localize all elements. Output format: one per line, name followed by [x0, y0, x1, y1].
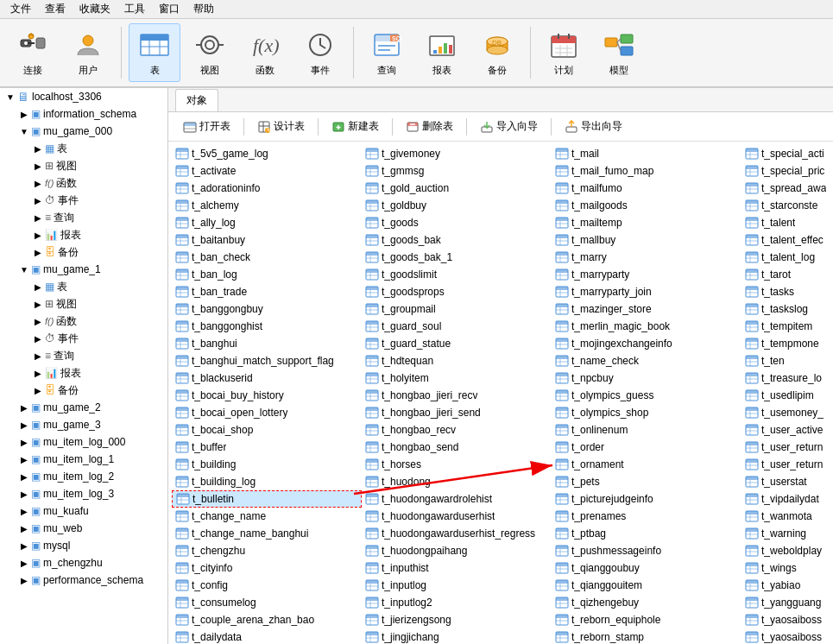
table-item[interactable]: t_user_return — [741, 439, 833, 456]
table-item[interactable]: t_ban_check — [172, 249, 362, 266]
table-item[interactable]: t_warning — [741, 525, 833, 542]
sidebar-item-mu-item-log-1[interactable]: ▶ ▣ mu_item_log_1 — [0, 451, 167, 468]
table-item[interactable]: t_givemoney — [362, 145, 552, 162]
table-item[interactable]: t_banghui — [172, 335, 362, 352]
toolbar-report[interactable]: 报表 — [416, 23, 468, 82]
table-item[interactable]: t_gmmsg — [362, 162, 552, 180]
table-item[interactable]: t_userstat — [741, 473, 833, 490]
menu-window[interactable]: 窗口 — [152, 0, 186, 18]
table-item[interactable]: t_vipdailydat — [741, 490, 833, 508]
table-item[interactable]: t_bocai_buy_history — [172, 387, 362, 404]
table-item[interactable]: t_olympics_shop — [552, 404, 741, 421]
table-item[interactable]: t_hongbao_jieri_recv — [362, 387, 552, 404]
table-item[interactable]: t_onlinenum — [552, 421, 741, 439]
table-item[interactable]: t_mail_fumo_map — [552, 162, 741, 180]
table-item[interactable]: t_yabiao — [741, 577, 833, 594]
table-item[interactable]: t_goods_bak — [362, 231, 552, 249]
sidebar-item-localhost[interactable]: ▼ 🖥 localhost_3306 — [0, 88, 167, 105]
table-item[interactable]: t_talent_log — [741, 249, 833, 266]
table-item[interactable]: t_inputhist — [362, 559, 552, 577]
table-item[interactable]: t_mailgoods — [552, 197, 741, 214]
table-item[interactable]: t_usemoney_ — [741, 404, 833, 421]
table-item[interactable]: t_ban_trade — [172, 283, 362, 300]
table-item[interactable]: t_mailfumo — [552, 180, 741, 197]
table-item[interactable]: t_goods_bak_1 — [362, 249, 552, 266]
table-item[interactable]: t_alchemy — [172, 197, 362, 214]
sidebar-item-mu-item-log-000[interactable]: ▶ ▣ mu_item_log_000 — [0, 433, 167, 451]
table-item[interactable]: t_mailtemp — [552, 214, 741, 231]
table-item[interactable]: t_bulletin — [172, 490, 362, 508]
sidebar-item-mg0-func[interactable]: ▶ f() 函数 — [0, 174, 167, 192]
table-item[interactable]: t_special_acti — [741, 145, 833, 162]
table-item[interactable]: t_horses — [362, 456, 552, 473]
table-item[interactable]: t_goodslimit — [362, 266, 552, 283]
sidebar-item-mg1-report[interactable]: ▶ 📊 报表 — [0, 364, 167, 382]
table-item[interactable]: t_dailydata — [172, 628, 362, 644]
table-item[interactable]: t_inputlog — [362, 577, 552, 594]
table-item[interactable]: t_5v5_game_log — [172, 145, 362, 162]
table-item[interactable]: t_tempmone — [741, 335, 833, 352]
table-item[interactable]: t_marryparty — [552, 266, 741, 283]
table-item[interactable]: t_ten — [741, 352, 833, 369]
sidebar-item-mu-web[interactable]: ▶ ▣ mu_web — [0, 520, 167, 537]
sidebar-item-mg1-table[interactable]: ▶ ▦ 表 — [0, 278, 167, 295]
sidebar-item-mg1-view[interactable]: ▶ ⊞ 视图 — [0, 295, 167, 313]
toolbar-event[interactable]: 事件 — [294, 23, 346, 82]
sidebar-item-performance-schema[interactable]: ▶ ▣ performance_schema — [0, 571, 167, 589]
table-item[interactable]: t_holyitem — [362, 369, 552, 387]
table-item[interactable]: t_special_pric — [741, 162, 833, 180]
table-item[interactable]: t_huodongpaihang — [362, 542, 552, 559]
sidebar-item-mg1-query[interactable]: ▶ ≡ 查询 — [0, 347, 167, 364]
sidebar-item-mg0-query[interactable]: ▶ ≡ 查询 — [0, 209, 167, 226]
table-item[interactable]: t_guard_soul — [362, 318, 552, 335]
table-item[interactable]: t_mojingexchangeinfo — [552, 335, 741, 352]
table-item[interactable]: t_jingjichang — [362, 628, 552, 644]
table-item[interactable]: t_pets — [552, 473, 741, 490]
table-item[interactable]: t_banggonghist — [172, 318, 362, 335]
table-item[interactable]: t_huodongawarduserhist_regress — [362, 525, 552, 542]
sidebar-item-mysql[interactable]: ▶ ▣ mysql — [0, 537, 167, 554]
obj-btn-import[interactable]: 导入向导 — [472, 116, 546, 137]
sidebar-item-chengzhu[interactable]: ▶ ▣ m_chengzhu — [0, 554, 167, 571]
sidebar-item-mu-game-000[interactable]: ▼ ▣ mu_game_000 — [0, 123, 167, 140]
sidebar-item-mg1-func[interactable]: ▶ f() 函数 — [0, 313, 167, 330]
table-item[interactable]: t_building — [172, 456, 362, 473]
table-item[interactable]: t_adorationinfo — [172, 180, 362, 197]
table-item[interactable]: t_chengzhu — [172, 542, 362, 559]
table-item[interactable]: t_yaosaiboss — [741, 611, 833, 628]
table-item[interactable]: t_config — [172, 577, 362, 594]
table-item[interactable]: t_npcbuy — [552, 369, 741, 387]
table-item[interactable]: t_hongbao_send — [362, 439, 552, 456]
table-item[interactable]: t_reborn_stamp — [552, 628, 741, 644]
table-item[interactable]: t_wings — [741, 559, 833, 577]
toolbar-view[interactable]: 视图 — [184, 23, 236, 82]
table-item[interactable]: t_yaosaiboss — [741, 628, 833, 644]
table-item[interactable]: t_usedlipim — [741, 387, 833, 404]
table-item[interactable]: t_pushmessageinfo — [552, 542, 741, 559]
sidebar-item-mg0-view[interactable]: ▶ ⊞ 视图 — [0, 157, 167, 174]
table-item[interactable]: t_weboldplay — [741, 542, 833, 559]
menu-view[interactable]: 查看 — [38, 0, 73, 18]
table-item[interactable]: t_blackuserid — [172, 369, 362, 387]
menu-favorites[interactable]: 收藏夹 — [73, 0, 117, 18]
sidebar-item-mg0-table[interactable]: ▶ ▦ 表 — [0, 140, 167, 157]
sidebar-item-mu-item-log-3[interactable]: ▶ ▣ mu_item_log_3 — [0, 485, 167, 502]
table-item[interactable]: t_groupmail — [362, 300, 552, 318]
table-item[interactable]: t_consumelog — [172, 594, 362, 611]
table-item[interactable]: t_reborn_equiphole — [552, 611, 741, 628]
table-item[interactable]: t_banghui_match_support_flag — [172, 352, 362, 369]
toolbar-schedule[interactable]: 计划 — [538, 23, 590, 82]
table-item[interactable]: t_hongbao_jieri_send — [362, 404, 552, 421]
table-item[interactable]: t_wanmota — [741, 508, 833, 525]
table-item[interactable]: t_merlin_magic_book — [552, 318, 741, 335]
table-item[interactable]: t_marryparty_join — [552, 283, 741, 300]
tab-object[interactable]: 对象 — [175, 89, 218, 111]
obj-btn-design[interactable]: ✎ 设计表 — [249, 116, 312, 137]
table-item[interactable]: t_picturejudgeinfo — [552, 490, 741, 508]
table-item[interactable]: t_huodong — [362, 473, 552, 490]
table-item[interactable]: t_taskslog — [741, 300, 833, 318]
table-item[interactable]: t_activate — [172, 162, 362, 180]
table-item[interactable]: t_bocai_open_lottery — [172, 404, 362, 421]
toolbar-model[interactable]: 模型 — [593, 23, 645, 82]
table-item[interactable]: t_mallbuy — [552, 231, 741, 249]
